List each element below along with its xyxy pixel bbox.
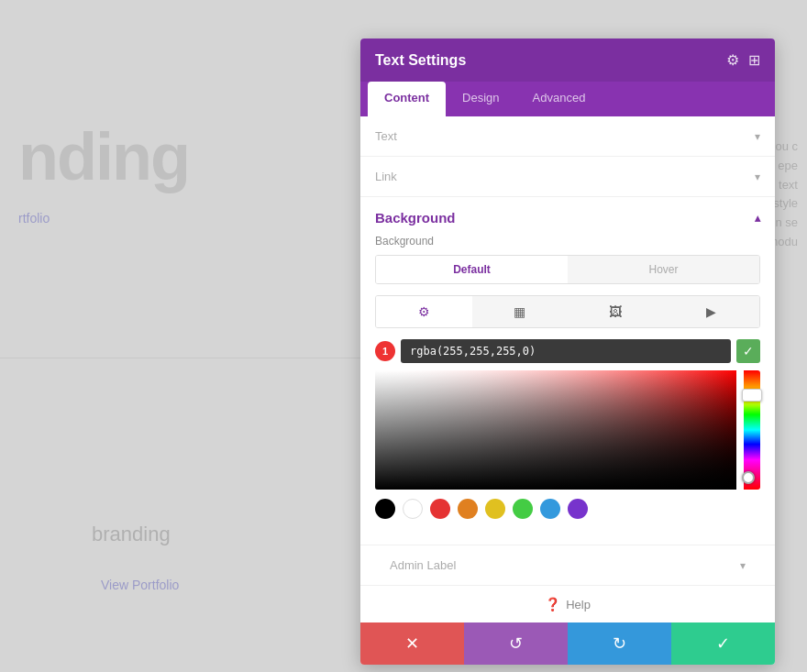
bg-gradient-icon-btn[interactable]: ▦ xyxy=(472,296,569,327)
bg-color-icon-btn[interactable]: ⚙ xyxy=(376,296,472,327)
reset-button[interactable]: ↺ xyxy=(464,622,568,665)
admin-label-section: Admin Label ▾ xyxy=(360,545,775,585)
help-row[interactable]: ❓ Help xyxy=(360,585,775,622)
expand-icon[interactable]: ⊞ xyxy=(748,51,760,69)
help-icon: ❓ xyxy=(545,597,560,611)
page-view-portfolio-link[interactable]: View Portfolio xyxy=(101,578,179,592)
bg-hover-btn[interactable]: Hover xyxy=(568,256,759,283)
page-portfolio-link[interactable]: rtfolio xyxy=(18,211,50,226)
background-section-title[interactable]: Background ▴ xyxy=(375,197,760,235)
page-heading-partial: nding xyxy=(18,119,189,194)
panel-header: Text Settings ⚙ ⊞ xyxy=(360,39,775,82)
background-section: Background ▴ Background Default Hover ⚙ … xyxy=(360,197,775,545)
bg-default-hover-toggle: Default Hover xyxy=(375,255,760,284)
panel-tabs: Content Design Advanced xyxy=(360,82,775,116)
gradient-handle[interactable] xyxy=(742,471,755,484)
bg-video-icon-btn[interactable]: ▶ xyxy=(664,296,760,327)
background-label: Background xyxy=(375,210,456,226)
text-section-row[interactable]: Text ▾ xyxy=(360,116,775,157)
bg-image-icon-btn[interactable]: 🖼 xyxy=(568,296,664,327)
panel-body: Text ▾ Link ▾ Background ▴ Background De… xyxy=(360,116,775,622)
hue-handle[interactable] xyxy=(742,389,762,402)
background-chevron-icon: ▴ xyxy=(755,212,760,225)
tab-design[interactable]: Design xyxy=(446,82,515,116)
text-section-label: Text xyxy=(375,129,397,143)
save-button[interactable]: ✓ xyxy=(671,622,775,665)
color-number-badge: 1 xyxy=(375,341,395,361)
gradient-black-overlay xyxy=(375,370,736,490)
link-section-row[interactable]: Link ▾ xyxy=(360,157,775,197)
link-section-label: Link xyxy=(375,170,397,183)
color-value-input[interactable] xyxy=(401,339,731,363)
bg-default-btn[interactable]: Default xyxy=(376,256,568,283)
swatch-red[interactable] xyxy=(430,499,450,519)
help-label: Help xyxy=(566,598,591,611)
swatch-green[interactable] xyxy=(513,499,533,519)
color-confirm-btn[interactable]: ✓ xyxy=(736,339,760,363)
page-divider xyxy=(0,358,362,358)
admin-label-row[interactable]: Admin Label ▾ xyxy=(375,545,760,585)
swatch-white[interactable] xyxy=(403,499,423,519)
swatch-black[interactable] xyxy=(375,499,395,519)
text-settings-panel: Text Settings ⚙ ⊞ Content Design Advance… xyxy=(360,39,775,665)
panel-title: Text Settings xyxy=(375,52,466,69)
swatch-blue[interactable] xyxy=(540,499,560,519)
link-chevron-icon: ▾ xyxy=(755,171,760,183)
swatch-yellow[interactable] xyxy=(485,499,505,519)
swatch-orange[interactable] xyxy=(458,499,478,519)
page-branding-text: branding xyxy=(92,523,171,546)
swatch-purple[interactable] xyxy=(568,499,588,519)
admin-label-text: Admin Label xyxy=(390,558,456,572)
bg-type-icon-row: ⚙ ▦ 🖼 ▶ xyxy=(375,295,760,328)
tab-content[interactable]: Content xyxy=(368,82,446,116)
redo-button[interactable]: ↻ xyxy=(568,622,671,665)
settings-icon[interactable]: ⚙ xyxy=(726,51,739,69)
text-chevron-icon: ▾ xyxy=(755,130,760,143)
cancel-button[interactable]: ✕ xyxy=(360,622,464,665)
panel-footer: ✕ ↺ ↻ ✓ xyxy=(360,622,775,665)
admin-chevron-icon: ▾ xyxy=(740,559,746,572)
color-picker-area[interactable] xyxy=(375,370,760,490)
color-input-row: 1 ✓ xyxy=(375,339,760,363)
color-swatch-row xyxy=(375,499,760,519)
panel-header-icons: ⚙ ⊞ xyxy=(726,51,760,69)
tab-advanced[interactable]: Advanced xyxy=(516,82,602,116)
background-sub-label: Background xyxy=(375,235,760,248)
